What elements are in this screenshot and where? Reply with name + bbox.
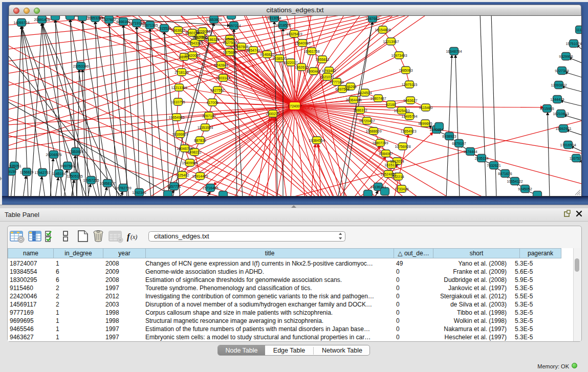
svg-text:16543342: 16543342 xyxy=(187,41,203,45)
svg-text:12213369: 12213369 xyxy=(171,86,187,90)
svg-text:15751074: 15751074 xyxy=(565,42,581,46)
svg-text:39159: 39159 xyxy=(9,170,16,173)
svg-text:16961758: 16961758 xyxy=(303,50,319,53)
svg-text:12213967: 12213967 xyxy=(383,40,399,43)
svg-text:13654923: 13654923 xyxy=(400,129,416,133)
svg-text:17942757: 17942757 xyxy=(34,171,50,174)
svg-text:9227349: 9227349 xyxy=(555,69,569,73)
svg-text:1615132: 1615132 xyxy=(384,163,398,167)
svg-text:9115460: 9115460 xyxy=(419,106,433,110)
svg-text:6879197: 6879197 xyxy=(452,142,466,145)
svg-text:20691406: 20691406 xyxy=(34,18,50,21)
svg-text:15640910: 15640910 xyxy=(294,41,310,45)
svg-text:15692971: 15692971 xyxy=(555,127,571,130)
svg-text:19384554: 19384554 xyxy=(309,139,324,142)
svg-text:17016504: 17016504 xyxy=(560,143,576,147)
svg-text:887833: 887833 xyxy=(194,139,206,142)
svg-text:16671385: 16671385 xyxy=(142,24,158,27)
svg-text:746266: 746266 xyxy=(344,85,356,89)
svg-text:6793402: 6793402 xyxy=(322,69,336,73)
svg-text:2087682: 2087682 xyxy=(365,17,379,20)
svg-text:7955812: 7955812 xyxy=(315,58,329,61)
svg-text:10653809: 10653809 xyxy=(206,18,222,21)
svg-text:19218506: 19218506 xyxy=(275,24,291,27)
svg-text:19654985: 19654985 xyxy=(168,116,184,119)
svg-text:62160: 62160 xyxy=(386,103,396,106)
svg-text:10756928: 10756928 xyxy=(395,145,410,148)
svg-text:2300275: 2300275 xyxy=(266,112,279,116)
svg-text:1244415: 1244415 xyxy=(550,98,564,101)
svg-text:19166829: 19166829 xyxy=(172,133,188,136)
svg-text:2803144: 2803144 xyxy=(216,76,230,80)
svg-text:13325419: 13325419 xyxy=(286,32,302,36)
svg-text:18720407: 18720407 xyxy=(359,119,375,123)
svg-text:9474444: 9474444 xyxy=(463,150,477,154)
svg-text:7625402: 7625402 xyxy=(175,173,189,177)
svg-text:10654122: 10654122 xyxy=(507,180,522,183)
svg-text:12975115: 12975115 xyxy=(402,83,418,86)
svg-text:9777169: 9777169 xyxy=(330,80,343,84)
svg-text:8186328: 8186328 xyxy=(205,38,219,41)
svg-text:8938923: 8938923 xyxy=(442,135,456,138)
svg-text:8471676: 8471676 xyxy=(498,172,512,176)
svg-text:1538520: 1538520 xyxy=(272,57,286,60)
svg-text:1156829: 1156829 xyxy=(20,170,34,174)
svg-text:8322037: 8322037 xyxy=(284,61,297,64)
svg-text:9329906: 9329906 xyxy=(559,55,573,58)
svg-text:9084067: 9084067 xyxy=(379,152,393,156)
svg-text:9997588: 9997588 xyxy=(60,164,74,168)
svg-text:7485063: 7485063 xyxy=(399,69,412,72)
svg-text:8990448: 8990448 xyxy=(307,70,320,73)
svg-text:10973493: 10973493 xyxy=(391,54,407,57)
svg-text:9327508: 9327508 xyxy=(223,41,236,45)
svg-text:1362615: 1362615 xyxy=(294,65,308,69)
svg-text:12093872: 12093872 xyxy=(551,83,567,87)
svg-text:13495794: 13495794 xyxy=(401,115,417,118)
svg-text:9245052: 9245052 xyxy=(518,187,532,191)
svg-text:14136141: 14136141 xyxy=(370,185,386,189)
svg-text:1640954: 1640954 xyxy=(429,128,443,132)
svg-text:8454749: 8454749 xyxy=(246,49,260,52)
svg-text:1621072: 1621072 xyxy=(320,75,334,79)
svg-text:10688609: 10688609 xyxy=(365,129,381,133)
svg-text:10653287: 10653287 xyxy=(87,16,103,20)
svg-text:1117: 1117 xyxy=(576,28,581,32)
svg-text:14055724: 14055724 xyxy=(13,21,29,25)
svg-text:7386372: 7386372 xyxy=(353,108,367,112)
svg-text:16914479: 16914479 xyxy=(192,174,208,178)
svg-text:16210643: 16210643 xyxy=(553,112,569,116)
svg-text:15226058: 15226058 xyxy=(194,30,210,33)
svg-text:1535051: 1535051 xyxy=(9,164,21,168)
svg-text:21053346: 21053346 xyxy=(73,64,89,68)
svg-text:18807249: 18807249 xyxy=(372,141,388,145)
svg-text:17353924: 17353924 xyxy=(68,150,83,154)
svg-text:1546: 1546 xyxy=(226,37,234,41)
svg-text:15409946: 15409946 xyxy=(182,161,198,165)
svg-text:20364436: 20364436 xyxy=(345,98,361,102)
svg-text:2718126: 2718126 xyxy=(175,71,188,74)
svg-text:9146821: 9146821 xyxy=(260,53,274,56)
svg-text:3267110: 3267110 xyxy=(202,114,216,118)
svg-text:9463627: 9463627 xyxy=(403,99,417,102)
svg-text:10025433: 10025433 xyxy=(394,109,409,113)
svg-text:2867608: 2867608 xyxy=(234,45,248,49)
svg-text:1733426: 1733426 xyxy=(395,187,408,191)
svg-text:11353594: 11353594 xyxy=(198,126,213,129)
svg-text:1145194: 1145194 xyxy=(52,172,66,176)
svg-text:16154808: 16154808 xyxy=(375,28,390,32)
svg-text:1610755: 1610755 xyxy=(171,100,185,104)
svg-text:(x): (x) xyxy=(130,233,137,240)
svg-text:3624534: 3624534 xyxy=(358,91,372,95)
svg-text:5215955: 5215955 xyxy=(540,107,554,111)
svg-text:10046786: 10046786 xyxy=(177,147,192,150)
svg-text:9657771: 9657771 xyxy=(167,185,181,188)
svg-text:15716485: 15716485 xyxy=(202,186,218,190)
svg-text:17957255: 17957255 xyxy=(83,179,99,182)
svg-text:252214: 252214 xyxy=(392,175,404,179)
svg-text:98961: 98961 xyxy=(179,55,189,59)
svg-text:7663822: 7663822 xyxy=(171,29,185,32)
svg-text:1724007: 1724007 xyxy=(288,104,301,108)
svg-text:10807487: 10807487 xyxy=(370,97,386,100)
svg-text:4498222: 4498222 xyxy=(187,150,201,154)
svg-text:417006: 417006 xyxy=(206,101,218,104)
